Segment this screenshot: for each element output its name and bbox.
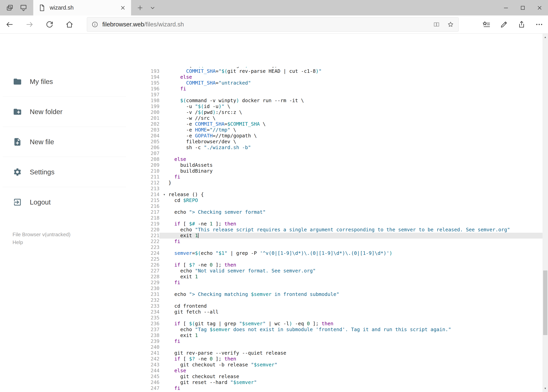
code-line-text[interactable]: -u "$(id -u)" \	[160, 104, 542, 109]
code-line-text[interactable]	[160, 92, 542, 98]
scroll-up-arrow-icon[interactable]: ▲	[542, 34, 548, 41]
code-line[interactable]: 205 filebrowser/dev \	[141, 139, 542, 145]
forward-button[interactable]	[23, 18, 36, 31]
code-line[interactable]: 203 -e HOME="//tmp" \	[141, 127, 542, 133]
code-line-text[interactable]: sh -c "./wizard.sh -b"	[160, 145, 542, 150]
code-line[interactable]: 247 fi	[141, 385, 542, 391]
code-line[interactable]: 238 exit 1	[141, 333, 542, 338]
code-line-text[interactable]: else	[160, 368, 542, 374]
code-line-text[interactable]: cd frontend	[160, 303, 542, 309]
code-line[interactable]: 192 if [ "$(command -v git)" != "" ]; th…	[141, 67, 542, 68]
code-line-text[interactable]: echo "> Checking semver format"	[160, 209, 542, 215]
code-line-text[interactable]: $(command -v winpty) docker run --rm -it…	[160, 98, 542, 104]
code-line[interactable]: 242 if [ $? -ne 0 ]; then	[141, 356, 542, 362]
back-button[interactable]	[3, 18, 16, 31]
code-line-text[interactable]: echo "Tag $semver does not exist in subm…	[160, 327, 542, 333]
code-line-text[interactable]: exit 1	[160, 233, 542, 238]
browser-tab[interactable]: wizard.sh	[33, 0, 131, 15]
code-line-text[interactable]	[160, 215, 542, 221]
code-line[interactable]: 213	[141, 186, 542, 192]
code-line[interactable]: 221 exit 1	[141, 233, 542, 238]
code-line-text[interactable]	[160, 286, 542, 291]
address-bar[interactable]: filebrowser.web/files/wizard.sh	[87, 17, 458, 32]
code-line[interactable]: 241 git rev-parse --verify --quiet relea…	[141, 350, 542, 356]
code-line-text[interactable]: echo "> Checking matching $semver in fro…	[160, 291, 542, 297]
code-line-text[interactable]: if [ "$(command -v git)" != "" ]; then	[160, 67, 542, 68]
code-line-text[interactable]: else	[160, 74, 542, 80]
code-line[interactable]: 222 fi	[141, 238, 542, 245]
code-line[interactable]: 207	[141, 150, 542, 156]
code-line[interactable]: 206 sh -c "./wizard.sh -b"	[141, 145, 542, 150]
maximize-button[interactable]	[514, 0, 531, 15]
code-line-text[interactable]: fi	[160, 385, 542, 391]
code-line-text[interactable]: COMMIT_SHA="$(git rev-parse HEAD | cut -…	[160, 68, 542, 74]
code-line-text[interactable]: git rev-parse --verify --quiet release	[160, 350, 542, 356]
code-line[interactable]: 211 fi	[141, 174, 542, 180]
new-tab-button[interactable]	[137, 4, 144, 11]
sidebar-item-logout[interactable]: Logout	[0, 187, 141, 217]
favorite-star-icon[interactable]	[447, 21, 454, 28]
minimize-button[interactable]	[498, 0, 514, 15]
code-line-text[interactable]: if [ $? -ne 0 ]; then	[160, 356, 542, 362]
code-line-text[interactable]: fi	[160, 338, 542, 344]
code-line-text[interactable]	[160, 256, 542, 262]
code-line[interactable]: 215 cd $REPO	[141, 197, 542, 203]
code-line[interactable]: 246 git reset --hard "$semver"	[141, 379, 542, 385]
code-line[interactable]: 243 git checkout -b release "$semver"	[141, 362, 542, 368]
code-line[interactable]: 223	[141, 245, 542, 250]
code-line[interactable]: 218	[141, 215, 542, 221]
code-line[interactable]: 212}	[141, 180, 542, 186]
code-line-text[interactable]: -e GOPATH=//tmp/gopath \	[160, 133, 542, 139]
sidebar-item-new-folder[interactable]: New folder	[0, 97, 141, 127]
code-line-text[interactable]	[160, 186, 542, 192]
code-line[interactable]: 232	[141, 297, 542, 303]
code-line-text[interactable]	[160, 315, 542, 321]
scrollbar-thumb[interactable]	[543, 271, 548, 335]
code-line[interactable]: 214▾release () {	[141, 192, 542, 197]
sidebar-item-my-files[interactable]: My files	[0, 67, 141, 97]
code-line-text[interactable]: if [ $(git tag | grep "$semver" | wc -l)…	[160, 321, 542, 327]
site-info-icon[interactable]	[91, 21, 98, 28]
code-line[interactable]: 237 echo "Tag $semver does not exist in …	[141, 327, 542, 333]
code-line-text[interactable]: filebrowser/dev \	[160, 139, 542, 145]
refresh-button[interactable]	[43, 18, 56, 31]
code-line-text[interactable]: if [ $# -ne 1 ]; then	[160, 221, 542, 227]
code-line-text[interactable]	[160, 150, 542, 156]
code-line-text[interactable]: exit 1	[160, 333, 542, 338]
code-line[interactable]: 199 -u "$(id -u)" \	[141, 104, 542, 109]
code-line-text[interactable]: }	[160, 180, 542, 186]
code-line-text[interactable]: -w //src \	[160, 115, 542, 121]
code-line[interactable]: 219 if [ $# -ne 1 ]; then	[141, 221, 542, 227]
hub-favorites-icon[interactable]	[482, 20, 491, 28]
code-line[interactable]: 244 else	[141, 368, 542, 374]
code-line-text[interactable]	[160, 245, 542, 250]
code-line-text[interactable]: else	[160, 156, 542, 162]
code-line[interactable]: 201 -w //src \	[141, 115, 542, 121]
code-line[interactable]: 236 if [ $(git tag | grep "$semver" | wc…	[141, 321, 542, 327]
code-line-text[interactable]	[160, 203, 542, 209]
code-line[interactable]: 196 fi	[141, 86, 542, 92]
code-line-text[interactable]: git checkout -b release "$semver"	[160, 362, 542, 368]
code-line-text[interactable]: -v /$(pwd):/src:z \	[160, 109, 542, 115]
code-line[interactable]: 217 echo "> Checking semver format"	[141, 209, 542, 215]
code-line-text[interactable]: release () {	[160, 192, 542, 197]
vertical-scrollbar[interactable]: ▲ ▼	[542, 34, 548, 392]
code-line-text[interactable]: fi	[160, 280, 542, 286]
code-line[interactable]: 225	[141, 256, 542, 262]
fold-arrow-icon[interactable]: ▾	[163, 192, 165, 197]
code-line[interactable]: 220 echo "This release script requires a…	[141, 227, 542, 233]
code-line-text[interactable]	[160, 297, 542, 303]
code-line-text[interactable]: exit 1	[160, 274, 542, 280]
code-line[interactable]: 216	[141, 203, 542, 209]
reading-view-icon[interactable]	[433, 21, 440, 28]
code-line-text[interactable]: git fetch --all	[160, 309, 542, 315]
code-line[interactable]: 198 $(command -v winpty) docker run --rm…	[141, 98, 542, 104]
code-line-text[interactable]	[160, 344, 542, 350]
close-button[interactable]	[531, 0, 548, 15]
code-line[interactable]: 229 fi	[141, 280, 542, 286]
code-line[interactable]: 226 if [ $? -ne 0 ]; then	[141, 262, 542, 268]
code-line-text[interactable]: if [ $? -ne 0 ]; then	[160, 262, 542, 268]
more-menu-icon[interactable]	[535, 20, 543, 28]
help-link[interactable]: Help	[13, 238, 70, 246]
code-line-text[interactable]: buildBinary	[160, 168, 542, 174]
